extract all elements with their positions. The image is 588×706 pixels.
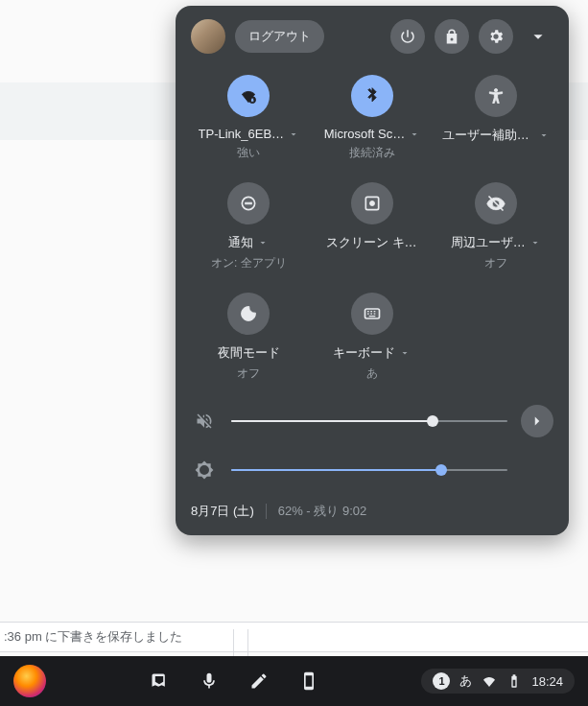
dropdown-arrow-icon [409,129,420,140]
shelf: 1 あ 18:24 [0,656,588,706]
notifications-icon [239,194,258,213]
user-avatar[interactable] [191,19,225,54]
date-text: 8月7日 (土) [191,503,254,520]
tile-keyboard-sub: あ [366,365,378,382]
nightlight-icon [239,304,258,323]
tile-nightlight: 夜間モードオフ [191,293,307,382]
tile-nightlight-sub: オフ [237,365,260,382]
gear-icon [487,28,505,45]
mic-icon [200,671,219,691]
tile-nearby-label: 周辺ユーザ… [451,234,526,251]
tile-notifications-label-row[interactable]: 通知 [228,234,269,251]
clock: 18:24 [531,674,563,689]
stylus-button[interactable] [245,667,273,695]
pen-icon [249,671,269,691]
volume-mute-button[interactable] [191,408,218,435]
tile-notifications-label: 通知 [228,234,253,251]
tile-keyboard-label-row[interactable]: キーボード [333,344,411,362]
wifi-status-icon [482,673,497,689]
tile-screencap: スクリーン キャプチャ [315,182,431,271]
tile-notifications-toggle[interactable] [227,182,270,224]
collapse-button[interactable] [523,21,553,52]
tile-nightlight-toggle[interactable] [227,293,270,335]
logout-label: ログアウト [248,28,311,45]
tile-bluetooth-sub: 接続済み [349,145,395,161]
tile-bluetooth-label: Microsoft Sc… [324,127,406,141]
tile-nearby-toggle[interactable] [475,182,517,224]
quick-settings-panel: ログアウト TP-Link_6EB…強いMicrosoft Sc…接続済みユーザ… [176,6,569,535]
tile-bluetooth-label-row[interactable]: Microsoft Sc… [324,127,421,141]
tile-screencap-toggle[interactable] [351,182,393,224]
audio-settings-button[interactable] [521,405,553,437]
tile-bluetooth-toggle[interactable] [351,75,393,117]
screencap-icon [363,194,382,213]
nearby-icon [486,194,506,213]
tile-wifi-sub: 強い [237,145,260,161]
tile-notifications-sub: オン: 全アプリ [211,255,287,271]
tile-accessibility: ユーザー補助機能 [437,75,553,161]
tile-nightlight-label-row: 夜間モード [218,344,280,362]
dropdown-arrow-icon [257,237,269,248]
volume-off-icon [195,412,214,431]
battery-status-icon [506,673,522,689]
phone-icon [299,671,318,691]
brightness-icon [191,457,218,483]
volume-slider[interactable] [231,412,507,431]
settings-button[interactable] [479,19,513,54]
ime-indicator: あ [459,672,472,690]
accessibility-icon [486,86,506,106]
tile-bluetooth: Microsoft Sc…接続済み [315,75,431,161]
tile-wifi: TP-Link_6EB…強い [191,75,307,161]
logout-button[interactable]: ログアウト [235,20,324,53]
phone-hub-button[interactable] [294,667,323,695]
tile-accessibility-label: ユーザー補助機能 [442,127,534,144]
tile-screencap-label: スクリーン キャプチャ [326,234,418,251]
dropdown-arrow-icon [538,129,550,141]
power-button[interactable] [390,19,425,54]
chevron-right-icon [529,412,546,430]
brightness-slider[interactable] [231,460,507,480]
dropdown-arrow-icon [288,129,299,140]
tile-nightlight-label: 夜間モード [218,344,280,362]
dictation-button[interactable] [195,667,223,695]
notification-count: 1 [433,672,450,690]
tile-wifi-toggle[interactable] [227,75,270,117]
tile-notifications: 通知オン: 全アプリ [191,182,307,271]
svg-rect-3 [246,202,252,204]
keyboard-icon [363,304,382,323]
lock-button[interactable] [435,19,469,54]
svg-point-5 [369,201,374,206]
tile-accessibility-label-row[interactable]: ユーザー補助機能 [442,127,550,144]
dropdown-arrow-icon [399,347,411,359]
tile-keyboard-label: キーボード [333,344,395,362]
svg-point-1 [494,89,497,92]
tile-screencap-label-row: スクリーン キャプチャ [326,234,418,251]
tile-accessibility-toggle[interactable] [475,75,517,117]
tile-nearby-sub: オフ [484,255,507,271]
lock-icon [443,28,460,45]
firefox-app-icon[interactable] [13,665,46,697]
tile-keyboard: キーボードあ [315,293,431,382]
autosave-status: :36 pm に下書きを保存しました [0,622,588,652]
chevron-down-icon [528,26,549,47]
tile-nearby-label-row[interactable]: 周辺ユーザ… [451,234,541,251]
power-icon [399,28,416,45]
tile-wifi-label-row[interactable]: TP-Link_6EB… [199,127,300,141]
tile-keyboard-toggle[interactable] [351,293,393,335]
battery-status[interactable]: 62% - 残り 9:02 [278,503,367,520]
brightness-low-icon [195,460,214,480]
dropdown-arrow-icon [529,237,541,248]
status-tray[interactable]: 1 あ 18:24 [421,669,575,694]
tile-wifi-label: TP-Link_6EB… [199,127,285,141]
bluetooth-icon [363,86,382,106]
tile-nearby: 周辺ユーザ…オフ [437,182,553,271]
tote-icon [150,671,169,691]
wifi-icon [239,86,258,106]
tote-holding-space-button[interactable] [145,667,174,695]
